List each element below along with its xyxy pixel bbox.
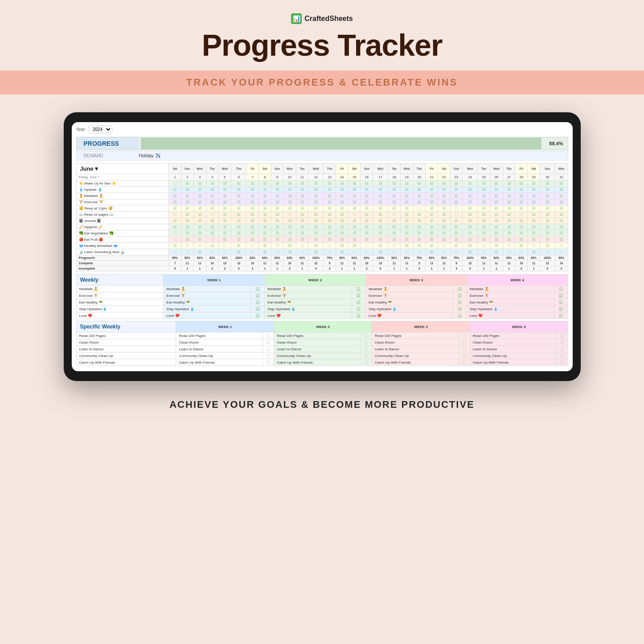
habit-4-day-26[interactable]: ☑ <box>490 205 503 212</box>
habit-9-day-17[interactable]: ☑ <box>373 237 388 243</box>
habit-6-day-2[interactable]: ☑ <box>181 218 193 224</box>
habit-5-day-6[interactable]: ☑ <box>231 212 246 218</box>
habit-7-day-19[interactable]: ☑ <box>400 224 413 230</box>
habit-4-day-1[interactable]: ☑ <box>169 205 181 212</box>
habit-4-day-4[interactable]: ☑ <box>206 205 218 212</box>
habit-11-day-17[interactable]: ☑ <box>373 249 388 255</box>
habit-7-day-8[interactable]: ☑ <box>258 224 271 230</box>
habit-8-day-2[interactable]: ☑ <box>181 230 193 237</box>
habit-7-day-3[interactable]: ☑ <box>193 224 206 230</box>
habit-3-day-1[interactable]: ☑ <box>169 199 181 205</box>
spec-4-w2-check[interactable]: ☐ <box>361 359 372 366</box>
habit-0-day-13[interactable]: ☑ <box>324 180 336 187</box>
habit-5-day-20[interactable]: ☑ <box>413 212 426 218</box>
habit-9-day-9[interactable]: ☑ <box>271 237 283 243</box>
habit-4-day-16[interactable]: ☑ <box>361 205 373 212</box>
habit-11-day-12[interactable]: ☑ <box>308 249 324 255</box>
habit-4-day-17[interactable]: ☑ <box>373 205 388 212</box>
habit-10-day-18[interactable]: ☐ <box>388 243 401 249</box>
habit-9-day-13[interactable]: ☑ <box>324 237 336 243</box>
habit-10-day-15[interactable]: ☑ <box>348 243 361 249</box>
habit-1-day-26[interactable]: ☑ <box>490 187 503 193</box>
habit-9-day-21[interactable]: ☑ <box>426 237 438 243</box>
spec-1-w2-check[interactable]: ☐ <box>361 339 372 346</box>
spec-2-w1-check[interactable]: ☐ <box>263 346 274 353</box>
habit-2-day-22[interactable]: ☑ <box>438 193 450 199</box>
habit-7-day-16[interactable]: ☑ <box>361 224 373 230</box>
habit-8-day-16[interactable]: ☑ <box>361 230 373 237</box>
habit-0-day-18[interactable]: ☑ <box>388 180 401 187</box>
habit-11-day-18[interactable]: ☐ <box>388 249 401 255</box>
habit-11-day-10[interactable]: ☑ <box>283 249 296 255</box>
habit-7-day-25[interactable]: ☑ <box>478 224 490 230</box>
habit-3-day-27[interactable]: ☑ <box>503 199 515 205</box>
habit-0-day-25[interactable]: ☑ <box>478 180 490 187</box>
weekly-2-w4-check[interactable]: ☑ <box>554 299 568 306</box>
habit-2-day-5[interactable]: ☑ <box>218 193 231 199</box>
habit-10-day-6[interactable]: ☑ <box>231 243 246 249</box>
habit-10-day-17[interactable]: ☑ <box>373 243 388 249</box>
habit-0-day-19[interactable]: ☑ <box>400 180 413 187</box>
habit-2-day-30[interactable]: ☑ <box>540 193 555 199</box>
habit-6-day-23[interactable]: ☑ <box>450 218 463 224</box>
habit-6-day-14[interactable]: ☑ <box>336 218 349 224</box>
habit-3-day-9[interactable]: ☑ <box>271 199 283 205</box>
habit-1-day-14[interactable]: ☑ <box>336 187 349 193</box>
habit-3-day-11[interactable]: ☑ <box>296 199 308 205</box>
habit-5-day-29[interactable]: ☑ <box>528 212 540 218</box>
habit-1-day-19[interactable]: ☑ <box>400 187 413 193</box>
habit-11-day-13[interactable]: ☐ <box>324 249 336 255</box>
spec-0-w2-check[interactable]: ☐ <box>361 332 372 339</box>
habit-4-day-29[interactable]: ☑ <box>528 205 540 212</box>
habit-3-day-13[interactable]: ☑ <box>324 199 336 205</box>
habit-3-day-10[interactable]: ☑ <box>283 199 296 205</box>
habit-1-day-31[interactable]: ☑ <box>555 187 568 193</box>
habit-7-day-26[interactable]: ☑ <box>490 224 503 230</box>
habit-5-day-15[interactable]: ☐ <box>348 212 361 218</box>
habit-11-day-15[interactable]: ☐ <box>348 249 361 255</box>
habit-6-day-3[interactable]: ☑ <box>193 218 206 224</box>
habit-3-day-12[interactable]: ☑ <box>308 199 324 205</box>
spec-0-w4-check[interactable]: ☐ <box>557 332 568 339</box>
habit-6-day-20[interactable]: ☑ <box>413 218 426 224</box>
habit-5-day-24[interactable]: ☑ <box>463 212 478 218</box>
habit-11-day-22[interactable]: ☐ <box>438 249 450 255</box>
habit-2-day-11[interactable]: ☑ <box>296 193 308 199</box>
habit-7-day-4[interactable]: ☑ <box>206 224 218 230</box>
weekly-4-w3-check[interactable]: ☑ <box>453 312 467 319</box>
habit-1-day-27[interactable]: ☑ <box>503 187 515 193</box>
habit-1-day-7[interactable]: ☑ <box>246 187 259 193</box>
habit-6-day-29[interactable]: ☑ <box>528 218 540 224</box>
habit-5-day-8[interactable]: ☑ <box>258 212 271 218</box>
habit-1-day-28[interactable]: ☑ <box>515 187 528 193</box>
habit-11-day-26[interactable]: ☑ <box>490 249 503 255</box>
habit-3-day-20[interactable]: ☑ <box>413 199 426 205</box>
habit-11-day-8[interactable]: ☑ <box>258 249 271 255</box>
habit-9-day-28[interactable]: ☑ <box>515 237 528 243</box>
habit-3-day-14[interactable]: ☑ <box>336 199 349 205</box>
habit-8-day-28[interactable]: ☑ <box>515 230 528 237</box>
habit-5-day-5[interactable]: ☑ <box>218 212 231 218</box>
habit-7-day-24[interactable]: ☑ <box>463 224 478 230</box>
habit-2-day-7[interactable]: ☑ <box>246 193 259 199</box>
habit-10-day-14[interactable]: ☑ <box>336 243 349 249</box>
habit-0-day-17[interactable]: ☑ <box>373 180 388 187</box>
habit-9-day-4[interactable]: ☐ <box>206 237 218 243</box>
habit-2-day-10[interactable]: ☑ <box>283 193 296 199</box>
habit-0-day-22[interactable]: ☑ <box>438 180 450 187</box>
habit-4-day-31[interactable]: ☑ <box>555 205 568 212</box>
habit-11-day-9[interactable]: ☐ <box>271 249 283 255</box>
habit-10-day-27[interactable]: ☐ <box>503 243 515 249</box>
habit-2-day-17[interactable]: ☑ <box>373 193 388 199</box>
habit-0-day-16[interactable]: ☑ <box>361 180 373 187</box>
habit-4-day-23[interactable]: ☐ <box>450 205 463 212</box>
habit-1-day-6[interactable]: ☑ <box>231 187 246 193</box>
habit-6-day-11[interactable]: ☑ <box>296 218 308 224</box>
habit-9-day-12[interactable]: ☑ <box>308 237 324 243</box>
weekly-3-w3-check[interactable]: ☑ <box>453 306 467 312</box>
habit-0-day-29[interactable]: ☑ <box>528 180 540 187</box>
habit-11-day-5[interactable]: ☐ <box>218 249 231 255</box>
habit-3-day-28[interactable]: ☑ <box>515 199 528 205</box>
habit-0-day-26[interactable]: ☑ <box>490 180 503 187</box>
habit-11-day-27[interactable]: ☐ <box>503 249 515 255</box>
